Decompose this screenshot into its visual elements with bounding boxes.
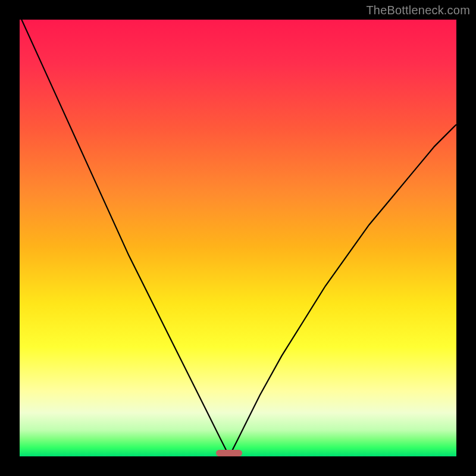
curve-layer	[20, 20, 456, 456]
bottleneck-curve-right	[229, 124, 456, 456]
minimum-marker	[216, 450, 242, 456]
chart-frame: TheBottleneck.com	[0, 0, 476, 476]
plot-area	[20, 20, 456, 456]
watermark-text: TheBottleneck.com	[366, 4, 470, 17]
bottleneck-curve-left	[20, 20, 229, 456]
